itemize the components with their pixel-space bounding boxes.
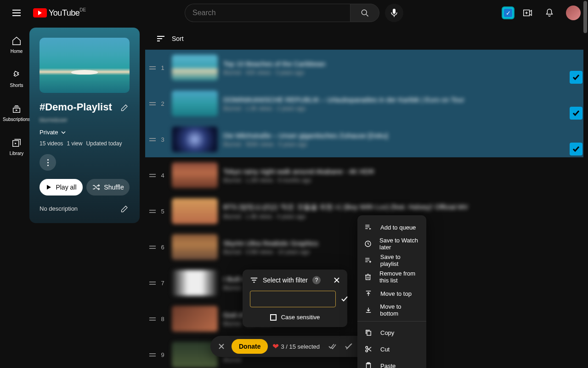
drag-handle[interactable]	[147, 138, 158, 141]
playlist-owner[interactable]: blurreduser	[40, 117, 130, 123]
shuffle-button[interactable]: Shuffle	[86, 179, 130, 196]
video-thumbnail[interactable]	[172, 126, 218, 152]
drag-handle[interactable]	[147, 174, 158, 177]
drag-handle[interactable]	[147, 282, 158, 285]
ctx-label: Move to bottom	[380, 303, 420, 317]
playlist-thumbnail[interactable]	[40, 38, 130, 93]
sidenav-subscriptions[interactable]: Subscriptions	[0, 96, 33, 130]
video-row[interactable]: 2DOMINIKANISCHE REPUBLIK – Urlaubsparadi…	[145, 86, 583, 121]
video-info: Die Milchstraße – Unser gigantisches Zuh…	[223, 132, 577, 148]
drag-handle[interactable]	[147, 246, 158, 249]
ctx-add-to-queue[interactable]: Add to queue	[357, 219, 426, 236]
search-button[interactable]	[350, 4, 379, 22]
selection-checkbox[interactable]	[570, 71, 582, 84]
video-thumbnail[interactable]	[172, 91, 218, 116]
sort-button[interactable]: Sort	[145, 28, 583, 50]
ctx-watch-later[interactable]: Save to Watch later	[357, 236, 426, 252]
video-thumbnail[interactable]	[172, 55, 218, 80]
drag-handle[interactable]	[147, 317, 158, 321]
voice-search-button[interactable]	[385, 4, 403, 22]
top-bar: YouTube DE ✓	[0, 0, 588, 26]
video-row[interactable]: 1Top 10 Beaches of the CaribbeanBlurred …	[145, 50, 583, 86]
context-menu: Add to queue Save to Watch later Save to…	[357, 215, 426, 368]
ctx-label: Copy	[380, 329, 394, 336]
filter-help-button[interactable]: ?	[312, 276, 321, 284]
user-avatar[interactable]	[566, 6, 581, 20]
ctx-paste[interactable]: Paste	[357, 357, 426, 368]
edit-title-button[interactable]	[120, 103, 130, 112]
extension-badge[interactable]: ✓	[502, 6, 514, 19]
video-index: 7	[158, 280, 167, 287]
svg-line-44	[346, 344, 352, 349]
filter-input[interactable]	[250, 291, 336, 307]
sidenav-library[interactable]: Library	[0, 130, 33, 164]
play-all-label: Play all	[56, 184, 76, 191]
privacy-dropdown[interactable]: Private	[40, 129, 130, 136]
copy-icon	[364, 328, 373, 337]
selection-close-button[interactable]	[212, 337, 231, 356]
video-thumbnail[interactable]	[172, 234, 218, 260]
edit-description-button[interactable]	[120, 204, 130, 213]
video-title: Tokyo rainy night walk around Akabane - …	[223, 167, 577, 175]
ctx-cut[interactable]: Cut	[357, 341, 426, 357]
create-button[interactable]	[518, 4, 537, 22]
select-all-button[interactable]	[324, 338, 341, 355]
case-sensitive-toggle[interactable]: Case sensitive	[250, 314, 340, 321]
playlist-more-button[interactable]	[40, 154, 56, 171]
sidenav-label: Library	[10, 151, 24, 156]
notifications-button[interactable]	[540, 4, 559, 22]
ctx-move-bottom[interactable]: Move to bottom	[357, 302, 426, 318]
drag-handle[interactable]	[147, 210, 158, 213]
close-icon	[218, 343, 225, 350]
scrollbar[interactable]	[583, 0, 588, 368]
video-index: 9	[158, 351, 167, 358]
svg-line-1	[366, 14, 368, 16]
sidenav-label: Home	[11, 49, 23, 54]
svg-rect-23	[366, 275, 370, 280]
video-row[interactable]: 3Die Milchstraße – Unser gigantisches Zu…	[145, 121, 583, 157]
trash-icon	[364, 273, 372, 281]
ctx-label: Move to top	[380, 290, 412, 297]
ctx-move-top[interactable]: Move to top	[357, 285, 426, 302]
donate-button[interactable]: Donate	[232, 339, 268, 354]
ctx-save-playlist[interactable]: Save to playlist	[357, 252, 426, 269]
sort-icon	[156, 35, 165, 42]
sidenav-home[interactable]: Home	[0, 28, 33, 62]
drag-handle[interactable]	[147, 66, 158, 69]
case-sensitive-label: Case sensitive	[281, 314, 320, 321]
selection-checkbox[interactable]	[570, 107, 582, 120]
deselect-button[interactable]	[341, 338, 357, 355]
search-input[interactable]	[185, 4, 350, 22]
youtube-logo[interactable]: YouTube DE	[33, 8, 79, 18]
check-icon	[340, 295, 349, 303]
video-thumbnail[interactable]	[172, 270, 218, 296]
library-icon	[11, 138, 22, 148]
video-thumbnail[interactable]	[172, 162, 218, 188]
filter-apply-button[interactable]	[340, 295, 349, 303]
filter-close-button[interactable]	[334, 277, 340, 283]
selection-checkbox[interactable]	[570, 143, 582, 155]
video-meta: Blurred · 42K views · 3 years ago	[223, 69, 577, 76]
chevron-down-icon	[61, 130, 66, 135]
filter-popup: Select with filter ? Case sensitive	[243, 270, 347, 327]
drag-handle[interactable]	[147, 353, 158, 356]
ctx-copy[interactable]: Copy	[357, 324, 426, 341]
heart-icon[interactable]: ❤	[272, 342, 279, 351]
ctx-remove[interactable]: Remove from this list	[357, 269, 426, 285]
video-index: 2	[158, 100, 167, 107]
video-info: DOMINIKANISCHE REPUBLIK – Urlaubsparadie…	[223, 96, 577, 112]
drag-handle[interactable]	[147, 102, 158, 105]
shuffle-label: Shuffle	[104, 184, 124, 191]
video-thumbnail[interactable]	[172, 306, 218, 332]
ctx-separator	[357, 321, 426, 322]
scrollbar-thumb[interactable]	[583, 1, 587, 33]
play-all-button[interactable]: Play all	[40, 179, 83, 196]
hamburger-menu-button[interactable]	[7, 4, 26, 22]
privacy-label: Private	[40, 129, 58, 136]
sidenav-shorts[interactable]: Shorts	[0, 62, 33, 96]
video-row[interactable]: 4Tokyo rainy night walk around Akabane -…	[145, 157, 583, 193]
subscriptions-icon	[11, 104, 22, 114]
video-thumbnail[interactable]	[172, 198, 218, 224]
playlist-add-icon	[364, 256, 373, 264]
search-wrap	[185, 4, 403, 22]
